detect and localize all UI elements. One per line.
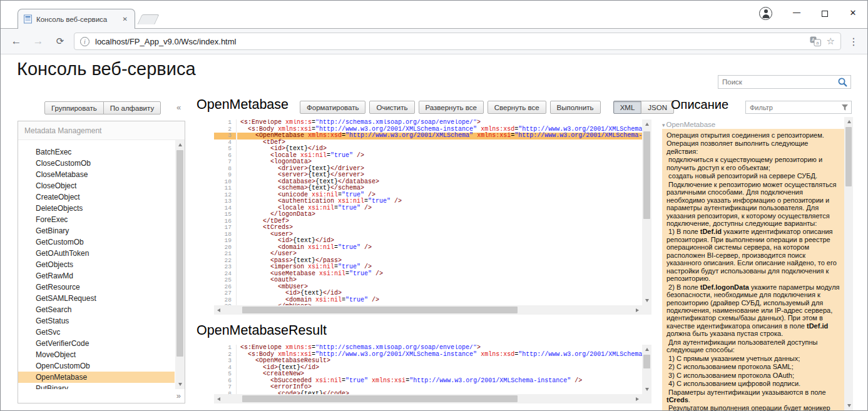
request-editor[interactable]: 1234567891011121314151617181920212223242…: [214, 119, 651, 315]
scroll-left-icon[interactable]: [214, 394, 223, 403]
format-button[interactable]: Форматировать: [300, 101, 365, 114]
sidebar-item-CloseMetabase[interactable]: CloseMetabase: [18, 169, 175, 180]
request-hscrollbar[interactable]: [214, 305, 642, 315]
request-code-area[interactable]: <s:Envelope xmlns:s="http://schemas.xmls…: [237, 119, 642, 305]
description-scrollbar[interactable]: [844, 117, 853, 410]
profile-icon[interactable]: [759, 7, 772, 20]
sidebar-item-GetStatus[interactable]: GetStatus: [18, 315, 175, 327]
expand-sidebar-button[interactable]: »: [176, 391, 181, 400]
sidebar-item-BatchExec[interactable]: BatchExec: [18, 146, 175, 158]
result-vscrollbar-thumb[interactable]: [643, 355, 650, 368]
new-tab-button[interactable]: [137, 14, 159, 24]
filter-box[interactable]: [745, 101, 852, 114]
filter-funnel-icon[interactable]: [841, 104, 849, 111]
line-number: 23: [214, 264, 236, 271]
sidebar-item-DeleteObjects[interactable]: DeleteObjects: [18, 203, 175, 214]
browser-toolbar: ← → ⟳ i localhost/FP_App_v9.0/Wsc/index.…: [1, 29, 867, 54]
scroll-down-icon[interactable]: [175, 380, 185, 389]
sidebar-item-CloseCustomOb[interactable]: CloseCustomOb: [18, 158, 175, 169]
result-hscrollbar-thumb[interactable]: [242, 395, 518, 402]
url-text[interactable]: localhost/FP_App_v9.0/Wsc/index.html: [95, 37, 805, 46]
sidebar-item-MoveObject[interactable]: MoveObject: [18, 349, 175, 360]
line-number: 17: [214, 225, 236, 231]
scroll-down-icon[interactable]: [642, 296, 651, 305]
alphabetical-button[interactable]: По алфавиту: [103, 101, 161, 114]
browser-tab[interactable]: Консоль веб-сервиса ✕: [18, 9, 135, 29]
sidebar-item-OpenMetabase[interactable]: OpenMetabase: [18, 372, 175, 383]
result-vscrollbar[interactable]: [642, 345, 651, 394]
clear-button[interactable]: Очистить: [369, 101, 414, 114]
minimize-button[interactable]: —: [792, 8, 802, 17]
description-section-header[interactable]: ▾OpenMetabase: [662, 121, 844, 128]
sidebar-item-GetRawMd[interactable]: GetRawMd: [18, 270, 175, 282]
scroll-right-icon[interactable]: [633, 305, 642, 315]
line-number: 2: [214, 126, 236, 133]
sidebar-item-GetSearch[interactable]: GetSearch: [18, 304, 175, 315]
result-editor[interactable]: 12345678 <s:Envelope xmlns:s="http://sch…: [214, 345, 651, 403]
description-paragraph: 3) С использованием протокола OAuth;: [666, 372, 840, 379]
section-expand-icon[interactable]: ▾: [662, 122, 665, 128]
translate-icon[interactable]: A a: [810, 36, 821, 46]
search-box[interactable]: [718, 75, 851, 89]
browser-menu-icon[interactable]: ⋮: [849, 36, 859, 48]
maximize-icon: [822, 11, 828, 17]
back-button[interactable]: ←: [10, 35, 23, 48]
reload-button[interactable]: ⟳: [54, 36, 66, 47]
scroll-down-icon[interactable]: [844, 401, 854, 410]
sidebar-item-GetOAuthToken[interactable]: GetOAuthToken: [18, 248, 175, 259]
scroll-left-icon[interactable]: [214, 305, 223, 315]
json-toggle-button[interactable]: JSON: [641, 101, 674, 114]
description-paragraph: 1) В поле tDef.id укажите идентификатор …: [666, 228, 840, 282]
sidebar-item-GetCustomOb[interactable]: GetCustomOb: [18, 236, 175, 248]
search-icon[interactable]: [837, 77, 848, 88]
favicon-icon: [23, 14, 33, 24]
sidebar-item-GetBinary[interactable]: GetBinary: [18, 225, 175, 236]
scroll-up-icon[interactable]: [175, 140, 185, 150]
sidebar-item-GetResource[interactable]: GetResource: [18, 282, 175, 293]
description-paragraph: Подключение к репозиторию может осуществ…: [666, 181, 840, 228]
scroll-right-icon[interactable]: [633, 394, 642, 403]
tab-strip: Консоль веб-сервиса ✕ — ✕: [1, 1, 867, 29]
description-scrollbar-thumb[interactable]: [845, 127, 852, 186]
sidebar-view-toggle: Группировать По алфавиту: [44, 101, 161, 114]
code-line: <OpenMetabaseResult>: [237, 358, 642, 365]
web-service-console-page: Консоль веб-сервиса Группировать По алфа…: [1, 54, 867, 410]
line-number: 2: [214, 352, 236, 358]
sidebar-item-CloseObject[interactable]: CloseObject: [18, 180, 175, 191]
tab-close-icon[interactable]: ✕: [121, 14, 130, 24]
address-bar[interactable]: i localhost/FP_App_v9.0/Wsc/index.html A…: [74, 33, 841, 50]
sidebar-item-CreateObject[interactable]: CreateObject: [18, 191, 175, 203]
execute-button[interactable]: Выполнить: [550, 101, 601, 114]
collapse-all-button[interactable]: Свернуть все: [488, 101, 546, 114]
search-input[interactable]: [718, 78, 837, 86]
operations-scrollbar[interactable]: [175, 140, 185, 389]
page-info-icon[interactable]: i: [80, 37, 89, 46]
forward-button[interactable]: →: [32, 35, 44, 48]
xml-toggle-button[interactable]: XML: [613, 101, 642, 114]
scroll-down-icon[interactable]: [642, 385, 651, 394]
filter-input[interactable]: [746, 104, 841, 111]
sidebar-item-GetVerifierCode[interactable]: GetVerifierCode: [18, 338, 175, 349]
result-hscrollbar[interactable]: [214, 394, 642, 403]
scroll-up-icon[interactable]: [844, 117, 854, 126]
line-number: 7: [214, 159, 236, 166]
request-hscrollbar-thumb[interactable]: [242, 307, 518, 313]
expand-all-button[interactable]: Развернуть все: [419, 101, 484, 114]
bookmark-star-icon[interactable]: ☆: [827, 36, 835, 47]
collapse-sidebar-button[interactable]: «: [176, 103, 181, 112]
operations-scrollbar-thumb[interactable]: [176, 150, 183, 357]
sidebar-item-GetSvc[interactable]: GetSvc: [18, 327, 175, 338]
scroll-up-icon[interactable]: [642, 345, 651, 354]
sidebar-item-ForeExec[interactable]: ForeExec: [18, 214, 175, 225]
request-vscrollbar-thumb[interactable]: [643, 131, 650, 219]
group-button[interactable]: Группировать: [44, 101, 104, 114]
sidebar-item-OpenCustomOb[interactable]: OpenCustomOb: [18, 360, 175, 372]
sidebar-item-GetSAMLRequest[interactable]: GetSAMLRequest: [18, 293, 175, 304]
result-code-area[interactable]: <s:Envelope xmlns:s="http://schemas.xmls…: [237, 345, 642, 394]
operations-panel-footer: »: [18, 389, 185, 403]
request-vscrollbar[interactable]: [642, 119, 651, 305]
close-button[interactable]: ✕: [848, 8, 858, 18]
scroll-up-icon[interactable]: [642, 119, 651, 129]
maximize-button[interactable]: [820, 8, 830, 19]
sidebar-item-GetObjects[interactable]: GetObjects: [18, 259, 175, 270]
